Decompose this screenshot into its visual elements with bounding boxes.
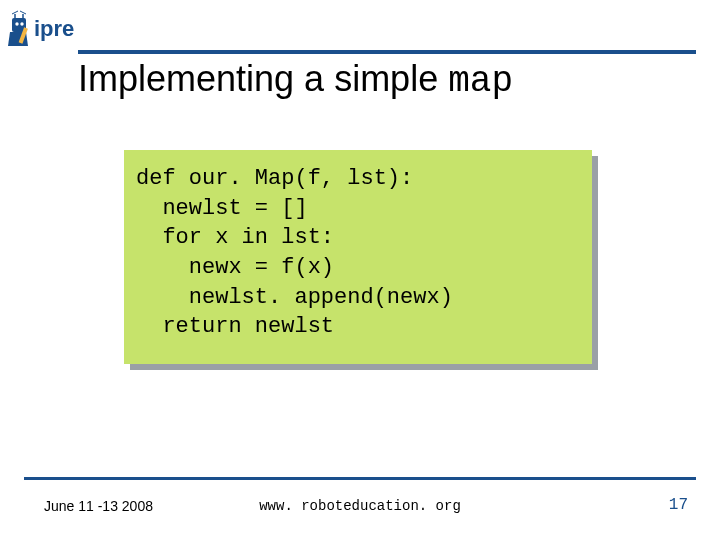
code-line: for x in lst: <box>136 225 334 250</box>
title-plain: Implementing a simple <box>78 58 448 99</box>
footer-url: www. roboteducation. org <box>0 498 720 514</box>
code-block: def our. Map(f, lst): newlst = [] for x … <box>124 150 592 364</box>
svg-line-5 <box>12 11 18 14</box>
code-line: return newlst <box>136 314 334 339</box>
svg-point-1 <box>15 22 18 25</box>
bottom-rule <box>24 477 696 480</box>
code-line: newx = f(x) <box>136 255 334 280</box>
slide-title: Implementing a simple map <box>78 58 696 102</box>
code-line: newlst. append(newx) <box>136 285 453 310</box>
code-line: newlst = [] <box>136 196 308 221</box>
logo-text: ipre <box>34 16 74 41</box>
code-line: def our. Map(f, lst): <box>136 166 413 191</box>
svg-line-6 <box>20 11 26 14</box>
title-code: map <box>448 61 513 102</box>
slide: ipre Implementing a simple map def our. … <box>0 0 720 540</box>
page-number: 17 <box>669 496 688 514</box>
svg-point-2 <box>20 22 23 25</box>
ipre-logo: ipre <box>8 10 88 48</box>
top-rule <box>78 50 696 54</box>
